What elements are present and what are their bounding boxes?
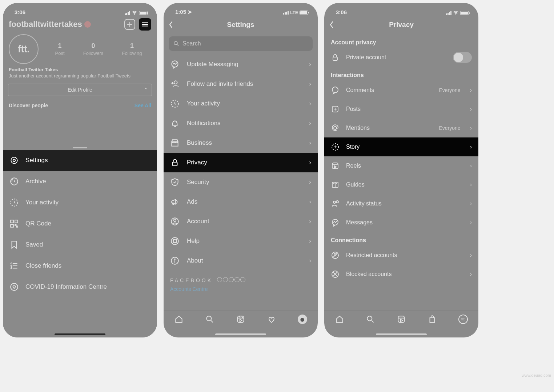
menu-item-settings[interactable]: Settings (3, 150, 157, 171)
settings-item-security[interactable]: Security › (164, 172, 318, 192)
book-icon (331, 180, 340, 189)
megaphone-icon (170, 197, 180, 207)
profile-username[interactable]: footballtwittertakes (9, 20, 121, 29)
privacy-value: Everyone (439, 125, 461, 131)
reels-icon (331, 161, 340, 170)
avatar[interactable]: ftt. (9, 34, 39, 64)
heart-icon (267, 315, 276, 324)
clock-dashed-icon (9, 198, 19, 207)
battery-icon (460, 11, 469, 15)
privacy-row-posts[interactable]: Posts › (324, 100, 478, 119)
settings-item-about[interactable]: About › (164, 251, 318, 271)
accounts-centre-link[interactable]: Accounts Centre (164, 283, 318, 295)
tab-reels[interactable] (236, 315, 245, 325)
tab-search[interactable] (205, 315, 214, 325)
privacy-row-guides[interactable]: Guides › (324, 175, 478, 194)
profile-header: footballtwittertakes (3, 15, 157, 31)
chevron-right-icon: › (309, 80, 311, 88)
tab-reels[interactable] (397, 315, 406, 325)
status-bar: 3:06 (3, 3, 157, 15)
settings-label: Update Messaging (187, 61, 302, 68)
chevron-up-icon: ⌃ (144, 87, 148, 93)
privacy-row-story[interactable]: Story › (324, 137, 478, 156)
blocked-icon (331, 270, 340, 279)
heart-in-circle-icon (9, 282, 19, 292)
stat-posts[interactable]: 1Post (55, 42, 65, 56)
account-icon (170, 217, 180, 226)
list-icon (9, 261, 19, 271)
menu-item-activity[interactable]: Your activity (3, 192, 157, 213)
privacy-row-blocked[interactable]: Blocked accounts › (324, 265, 478, 284)
chevron-right-icon: › (309, 198, 311, 205)
profile-stats: ftt. 1Post 0Followers 1Following (3, 31, 157, 67)
status-indicators (446, 11, 469, 15)
edit-profile-button[interactable]: Edit Profile ⌃ (8, 84, 152, 96)
settings-item-ads[interactable]: Ads › (164, 192, 318, 212)
stat-followers[interactable]: 0Followers (83, 42, 104, 56)
nav-bar: Privacy (324, 15, 478, 34)
tab-shop[interactable] (427, 315, 437, 325)
settings-label: Follow and invite friends (187, 80, 302, 88)
gear-icon (9, 156, 19, 165)
lock-icon (331, 53, 340, 62)
hamburger-icon (141, 20, 149, 28)
chevron-right-icon: › (470, 271, 472, 277)
svg-point-29 (174, 219, 176, 222)
svg-rect-9 (15, 220, 18, 223)
svg-rect-11 (15, 224, 16, 225)
battery-icon (139, 11, 148, 15)
privacy-row-restricted[interactable]: Restricted accounts › (324, 246, 478, 265)
tab-profile[interactable]: ftt (458, 315, 468, 324)
settings-item-account[interactable]: Account › (164, 212, 318, 231)
bag-icon (427, 315, 437, 324)
menu-item-qr[interactable]: QR Code (3, 213, 157, 234)
menu-item-close-friends[interactable]: Close friends (3, 255, 157, 276)
settings-item-privacy[interactable]: Privacy › (164, 153, 318, 172)
see-all-link[interactable]: See All (135, 103, 151, 108)
settings-label: Help (187, 237, 302, 245)
settings-item-business[interactable]: Business › (164, 133, 318, 153)
facebook-row: FACEBOOK (164, 271, 318, 283)
privacy-row-mentions[interactable]: Mentions Everyone › (324, 119, 478, 137)
settings-item-messaging[interactable]: Update Messaging › (164, 55, 318, 74)
privacy-label: Restricted accounts (346, 252, 463, 259)
search-placeholder: Search (182, 40, 201, 47)
reels-icon (397, 315, 406, 324)
menu-item-saved[interactable]: Saved (3, 234, 157, 255)
page-title: Privacy (324, 21, 478, 29)
chevron-right-icon: › (309, 100, 311, 107)
menu-item-archive[interactable]: Archive (3, 171, 157, 192)
search-input[interactable]: Search (169, 36, 313, 51)
settings-item-notifications[interactable]: Notifications › (164, 113, 318, 133)
privacy-row-comments[interactable]: Comments Everyone › (324, 81, 478, 100)
privacy-row-private-account: Private account (324, 48, 478, 67)
tab-home[interactable] (335, 315, 344, 325)
settings-item-help[interactable]: Help › (164, 231, 318, 251)
sheet-grabber[interactable] (73, 147, 87, 148)
create-button[interactable] (124, 18, 136, 31)
chevron-right-icon: › (470, 163, 472, 169)
menu-button[interactable] (139, 18, 151, 31)
chevron-right-icon: › (309, 218, 311, 225)
add-person-icon (170, 79, 180, 89)
svg-point-51 (334, 127, 337, 129)
tab-profile[interactable]: ⬤ (298, 315, 307, 324)
battery-icon (300, 11, 308, 15)
screen-privacy: 3:06 Privacy Account privacy Private acc… (324, 3, 478, 337)
settings-item-follow-invite[interactable]: Follow and invite friends › (164, 74, 318, 94)
privacy-row-messages[interactable]: Messages › (324, 213, 478, 232)
tab-home[interactable] (174, 315, 184, 325)
section-header-account-privacy: Account privacy (324, 34, 478, 48)
settings-label: Your activity (187, 100, 302, 107)
privacy-row-reels[interactable]: Reels › (324, 156, 478, 175)
tab-activity[interactable] (267, 315, 276, 325)
privacy-label: Story (346, 144, 463, 150)
clock-dashed-icon (170, 99, 180, 108)
menu-item-covid[interactable]: COVID-19 Information Centre (3, 276, 157, 297)
status-time: 1:05 ➤ (175, 9, 192, 15)
privacy-row-activity-status[interactable]: Activity status › (324, 194, 478, 213)
private-account-toggle[interactable] (453, 52, 472, 63)
stat-following[interactable]: 1Following (122, 42, 142, 56)
settings-item-activity[interactable]: Your activity › (164, 94, 318, 113)
tab-search[interactable] (366, 315, 375, 325)
